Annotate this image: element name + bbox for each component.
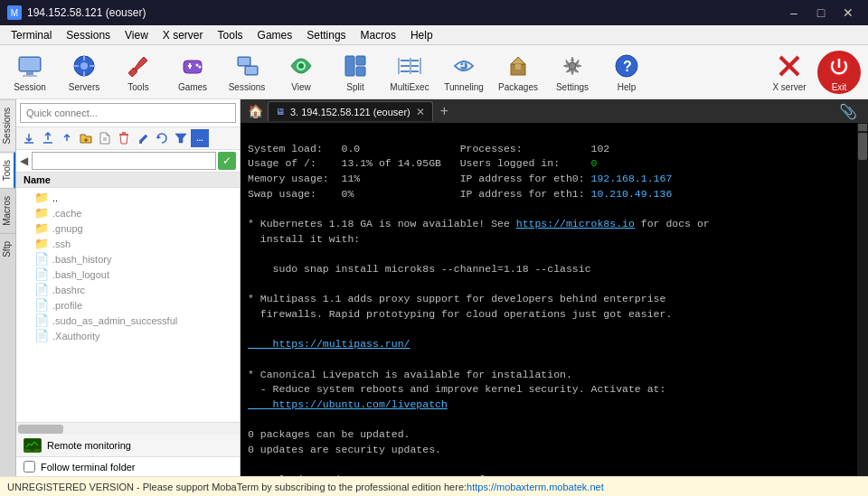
file-name: .bash_logout [52, 269, 109, 280]
tab-close-button[interactable]: ✕ [416, 106, 425, 118]
fb-new-file-button[interactable] [96, 129, 114, 147]
menu-games[interactable]: Games [250, 27, 300, 43]
servers-label: Servers [69, 82, 99, 92]
packages-button[interactable]: Packages [492, 48, 544, 97]
scroll-up-arrow[interactable] [858, 124, 867, 131]
menu-macros[interactable]: Macros [354, 27, 403, 43]
file-icon: 📄 [34, 298, 49, 312]
fb-new-folder-button[interactable] [77, 129, 95, 147]
remote-monitoring-button[interactable]: Remote monitoring [16, 435, 240, 457]
list-item[interactable]: 📄 .bash_logout [16, 267, 240, 282]
split-button[interactable]: Split [329, 48, 382, 97]
follow-folder-label: Follow terminal folder [41, 462, 136, 473]
terminal-content[interactable]: System load: 0.0 Processes: 102 Usage of… [241, 123, 857, 476]
menu-help[interactable]: Help [403, 27, 440, 43]
list-item[interactable]: 📄 .sudo_as_admin_successful [16, 313, 240, 328]
menu-xserver[interactable]: X server [156, 27, 211, 43]
menu-sessions[interactable]: Sessions [59, 27, 118, 43]
list-item[interactable]: 📁 .cache [16, 205, 240, 220]
svg-rect-43 [31, 449, 34, 451]
follow-folder-checkbox[interactable] [24, 461, 35, 473]
list-item[interactable]: 📁 .gnupg [16, 220, 240, 236]
horizontal-scrollbar[interactable] [16, 422, 240, 435]
fb-upload-button[interactable] [39, 129, 57, 147]
fb-download-button[interactable] [20, 129, 38, 147]
tab-home-button[interactable]: 🏠 [244, 102, 266, 120]
macros-tab[interactable]: Macros [0, 188, 15, 233]
list-item[interactable]: 📄 .bashrc [16, 282, 240, 297]
sessions-button[interactable]: Sessions [221, 48, 273, 97]
menu-terminal[interactable]: Terminal [4, 27, 59, 43]
sessions-tb-label: Sessions [229, 82, 266, 92]
menu-bar: Terminal Sessions View X server Tools Ga… [0, 25, 868, 45]
tunneling-label: Tunneling [444, 82, 484, 92]
path-ok-button[interactable]: ✓ [218, 152, 236, 170]
tools-label: Tools [127, 82, 148, 92]
xserver-button[interactable]: X server [763, 48, 816, 97]
scroll-thumb-vertical[interactable] [858, 133, 867, 160]
list-item[interactable]: 📁 .ssh [16, 236, 240, 251]
view-icon [287, 51, 316, 80]
pin-icon[interactable]: 📎 [832, 103, 864, 120]
games-button[interactable]: Games [166, 48, 219, 97]
file-name: .. [52, 192, 58, 203]
session-button[interactable]: Session [4, 48, 56, 97]
help-button[interactable]: ? Help [600, 48, 653, 97]
exit-icon [825, 51, 854, 80]
status-link[interactable]: https://mobaxterm.mobatek.net [467, 482, 604, 492]
list-item[interactable]: 📄 .profile [16, 297, 240, 313]
new-tab-button[interactable]: + [435, 103, 454, 119]
quick-connect-input[interactable] [20, 103, 236, 123]
monitor-icon [24, 438, 42, 453]
tools-button[interactable]: Tools [112, 48, 165, 97]
split-icon [341, 51, 370, 80]
svg-marker-40 [157, 136, 161, 139]
servers-icon [70, 51, 99, 80]
sessions-tab[interactable]: Sessions [0, 99, 15, 152]
multiexec-button[interactable]: MultiExec [383, 48, 436, 97]
svg-point-11 [199, 66, 202, 69]
scroll-thumb[interactable] [18, 425, 63, 434]
maximize-button[interactable]: □ [808, 0, 834, 25]
file-list-header: Name [16, 173, 240, 188]
tab-bar: 🏠 🖥 3. 194.152.58.121 (eouser) ✕ + 📎 [241, 99, 868, 123]
file-icon: 📄 [34, 252, 49, 266]
tools-tab[interactable]: Tools [0, 152, 15, 188]
list-item[interactable]: 📁 .. [16, 190, 240, 205]
svg-rect-2 [23, 75, 37, 77]
settings-button[interactable]: Settings [546, 48, 599, 97]
exit-button[interactable]: Exit [817, 51, 861, 94]
collapse-arrow[interactable]: ◀ [20, 154, 28, 167]
list-item[interactable]: 📄 .Xauthority [16, 328, 240, 343]
sftp-tab[interactable]: Sftp [0, 233, 15, 265]
servers-button[interactable]: Servers [58, 48, 110, 97]
file-icon: 📄 [34, 329, 49, 342]
vertical-scrollbar[interactable] [857, 123, 868, 476]
svg-point-17 [298, 63, 304, 69]
tunneling-button[interactable]: Tunneling [438, 48, 490, 97]
terminal-tab[interactable]: 🖥 3. 194.152.58.121 (eouser) ✕ [268, 101, 433, 121]
minimize-button[interactable]: – [781, 0, 807, 25]
menu-settings[interactable]: Settings [299, 27, 353, 43]
tools-icon [124, 51, 153, 80]
terminal-wrapper: System load: 0.0 Processes: 102 Usage of… [241, 123, 868, 476]
view-button[interactable]: View [275, 48, 327, 97]
fb-rename-button[interactable] [134, 129, 152, 147]
svg-point-25 [569, 62, 576, 70]
list-item[interactable]: 📄 .bash_history [16, 251, 240, 267]
close-button[interactable]: ✕ [835, 0, 861, 25]
menu-view[interactable]: View [118, 27, 156, 43]
menu-tools[interactable]: Tools [211, 27, 250, 43]
path-input[interactable]: /home/eouser/ [32, 152, 216, 170]
fb-delete-button[interactable] [115, 129, 133, 147]
svg-rect-1 [26, 71, 33, 75]
fb-refresh-button[interactable] [153, 129, 171, 147]
svg-marker-23 [511, 57, 525, 64]
games-label: Games [178, 82, 207, 92]
packages-icon [504, 51, 533, 80]
fb-options-button[interactable]: ... [191, 129, 209, 147]
file-name: .cache [52, 208, 81, 219]
fb-filter-button[interactable] [172, 129, 190, 147]
fb-up-button[interactable] [58, 129, 76, 147]
file-name: .bashrc [52, 285, 85, 295]
